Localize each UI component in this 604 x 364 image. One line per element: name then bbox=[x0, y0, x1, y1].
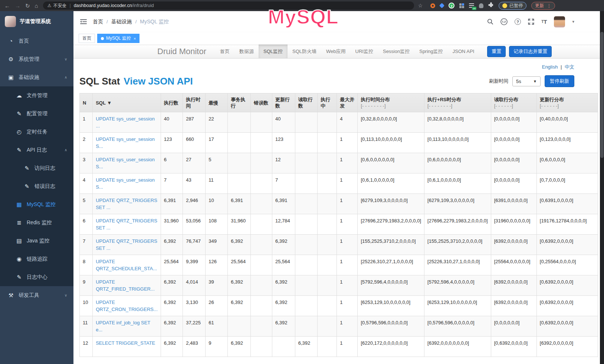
druid-nav-item-6[interactable]: Session监控 bbox=[378, 44, 414, 58]
header-sql[interactable]: SQL ▼ bbox=[93, 93, 161, 112]
sql-link[interactable]: UPDATE inf_job_log SET e... bbox=[96, 320, 150, 332]
header-update-rows-dist[interactable]: 更新行分布[- - - - - -] bbox=[536, 93, 598, 112]
help-icon[interactable]: ? bbox=[515, 19, 521, 25]
browser-profile-chip[interactable]: 已暂停 bbox=[499, 2, 526, 10]
sidebar-item-devtools[interactable]: ⚒研发工具∨ bbox=[0, 286, 73, 304]
github-icon[interactable] bbox=[500, 18, 508, 25]
log-and-reset-button[interactable]: 记录日志并重置 bbox=[509, 46, 552, 57]
extensions-puzzle-icon[interactable] bbox=[488, 2, 494, 9]
sidebar-item-label: Java 监控 bbox=[27, 238, 49, 244]
tab-close-icon[interactable]: × bbox=[134, 36, 136, 41]
search-icon[interactable] bbox=[487, 19, 493, 25]
header-read-rows-dist[interactable]: 读取行分布[- - - - - -] bbox=[491, 93, 536, 112]
header-exec-time-dist[interactable]: 执行时间分布[- - - - - - - -] bbox=[358, 93, 424, 112]
header-error-count[interactable]: 错误数 bbox=[251, 93, 272, 112]
user-menu-caret-icon[interactable]: ▾ bbox=[572, 19, 574, 24]
sidebar-item-java-monitor[interactable]: ▤Java 监控 bbox=[0, 232, 73, 250]
col-tx-exec: 6,392 bbox=[228, 296, 251, 316]
sidebar-item-file-manage[interactable]: ☁文件管理 bbox=[0, 86, 73, 105]
sidebar-item-error-log[interactable]: ✎错误日志 bbox=[0, 177, 73, 195]
sidebar-item-dashboard[interactable]: ◔首页 bbox=[0, 32, 73, 50]
header-n[interactable]: N bbox=[80, 93, 93, 112]
sidebar-item-config-manage[interactable]: ✎配置管理 bbox=[0, 105, 73, 123]
druid-nav-item-2[interactable]: SQL监控 bbox=[259, 44, 288, 58]
app-logo[interactable]: 芋道管理系统 bbox=[0, 11, 73, 32]
extension-icon-figure[interactable] bbox=[479, 3, 483, 8]
druid-nav-item-7[interactable]: Spring监控 bbox=[414, 44, 448, 58]
druid-nav-item-3[interactable]: SQL防火墙 bbox=[288, 44, 321, 58]
extension-icon-grid[interactable] bbox=[459, 3, 464, 8]
sidebar-item-schedule-job[interactable]: ◴定时任务 bbox=[0, 123, 73, 141]
druid-nav-item-5[interactable]: URI监控 bbox=[351, 44, 378, 58]
scrollbar-thumb[interactable] bbox=[600, 32, 604, 158]
extension-icon-ring[interactable] bbox=[430, 3, 435, 8]
bookmark-star-icon[interactable]: ☆ bbox=[418, 3, 423, 9]
header-exec-time[interactable]: 执行时间 bbox=[183, 93, 206, 112]
sidebar-item-infrastructure[interactable]: ▣基础设施∧ bbox=[0, 68, 73, 86]
sql-link[interactable]: SELECT TRIGGER_STATE bbox=[96, 340, 155, 346]
sidebar-item-redis-monitor[interactable]: ≣Redis 监控 bbox=[0, 214, 73, 232]
refresh-interval-select[interactable]: 5s ▼ bbox=[512, 76, 541, 86]
sidebar-item-log-center[interactable]: ✎日志中心 bbox=[0, 268, 73, 286]
sql-link[interactable]: UPDATE sys_user_session S... bbox=[96, 157, 155, 169]
fullscreen-icon[interactable] bbox=[528, 19, 534, 25]
sql-link[interactable]: UPDATE QRTZ_TRIGGERS SET ... bbox=[96, 238, 157, 251]
sql-link[interactable]: UPDATE QRTZ_FIRED_TRIGGER... bbox=[96, 279, 155, 292]
breadcrumb-infra[interactable]: 基础设施 bbox=[111, 19, 132, 25]
table-row: 9UPDATE QRTZ_FIRED_TRIGGER...6,3924,0143… bbox=[80, 275, 598, 296]
sidebar-item-api-log[interactable]: ✎API 日志∧ bbox=[0, 141, 73, 159]
pause-refresh-button[interactable]: 暂停刷新 bbox=[545, 75, 574, 87]
browser-home-icon[interactable]: ⌂ bbox=[35, 3, 38, 9]
header-exec-rs-dist[interactable]: 执行+RS时分布[- - - - - - - -] bbox=[424, 93, 491, 112]
browser-forward-icon[interactable]: → bbox=[15, 3, 20, 9]
sql-link[interactable]: UPDATE sys_user_session ... bbox=[96, 116, 155, 129]
druid-nav-item-0[interactable]: 首页 bbox=[215, 44, 234, 58]
extension-icon-y[interactable]: y bbox=[449, 3, 454, 9]
breadcrumb-home[interactable]: 首页 bbox=[93, 19, 103, 25]
browser-update-chip[interactable]: 更新 ⋮ bbox=[531, 2, 555, 10]
address-bar[interactable]: ⚠不安全 | dashboard.yudao.iocoder.cn/infra/… bbox=[43, 1, 414, 10]
page-scrollbar[interactable] bbox=[600, 11, 604, 364]
lang-english-link[interactable]: English bbox=[542, 64, 558, 70]
table-row: 6UPDATE QRTZ_TRIGGERS SET ...31,96053,05… bbox=[80, 214, 598, 235]
col-n: 6 bbox=[80, 214, 93, 235]
druid-nav-json-api[interactable]: JSON API bbox=[448, 44, 479, 58]
sql-link[interactable]: UPDATE QRTZ_CRON_TRIGGERS... bbox=[96, 300, 158, 312]
sql-link[interactable]: UPDATE QRTZ_TRIGGERS SET ... bbox=[96, 198, 157, 210]
browser-back-icon[interactable]: ← bbox=[4, 3, 10, 9]
tab-mysql-monitor[interactable]: MySQL 监控 × bbox=[97, 34, 139, 43]
col-exec-time-dist: [27696,2279,1983,2,0,0,0,0] bbox=[358, 214, 424, 235]
extension-icon-list[interactable]: on bbox=[469, 3, 474, 8]
sql-link[interactable]: UPDATE QRTZ_TRIGGERS SET ... bbox=[96, 218, 157, 231]
sidebar-fold-icon[interactable] bbox=[80, 19, 87, 24]
chevron-up-icon: ∧ bbox=[65, 148, 67, 152]
sidebar-item-trace[interactable]: ◉链路追踪 bbox=[0, 250, 73, 268]
header-exec-count[interactable]: 执行数 bbox=[161, 93, 183, 112]
security-warning[interactable]: ⚠不安全 bbox=[47, 3, 67, 9]
sql-link[interactable]: UPDATE sys_user_session S... bbox=[96, 177, 155, 190]
sidebar-item-access-log[interactable]: ✎访问日志 bbox=[0, 159, 73, 177]
druid-brand[interactable]: Druid Monitor bbox=[157, 47, 206, 56]
sql-link[interactable]: UPDATE QRTZ_SCHEDULER_STA... bbox=[96, 259, 157, 271]
header-max-slow[interactable]: 最慢 bbox=[206, 93, 228, 112]
browser-reload-icon[interactable]: ↻ bbox=[25, 3, 30, 9]
sidebar-item-mysql-monitor[interactable]: ▦MySQL 监控 bbox=[0, 195, 73, 214]
header-max-concurrent[interactable]: 最大并发 bbox=[337, 93, 358, 112]
sql-link[interactable]: UPDATE sys_user_session S... bbox=[96, 136, 155, 149]
header-running[interactable]: 执行中 bbox=[318, 93, 337, 112]
reset-button[interactable]: 重置 bbox=[487, 46, 506, 57]
font-size-icon[interactable]: TT bbox=[541, 19, 547, 25]
header-update-rows[interactable]: 更新行数 bbox=[272, 93, 295, 112]
lang-chinese-link[interactable]: 中文 bbox=[565, 64, 574, 70]
view-json-api-link[interactable]: View JSON API bbox=[124, 76, 193, 87]
col-exec-time-dist: [0,6,0,0,0,0,0,0] bbox=[358, 153, 424, 173]
sidebar-item-gear[interactable]: ⚙系统管理∨ bbox=[0, 50, 73, 68]
user-avatar[interactable] bbox=[554, 16, 565, 27]
col-exec-rs-dist: [6253,129,10,0,0,0,0,0] bbox=[424, 296, 491, 316]
tab-home[interactable]: 首页 bbox=[79, 34, 95, 43]
extension-icon-gem[interactable] bbox=[440, 4, 444, 7]
header-read-rows[interactable]: 读取行数 bbox=[295, 93, 318, 112]
header-tx-exec[interactable]: 事务执行 bbox=[228, 93, 251, 112]
druid-nav-item-1[interactable]: 数据源 bbox=[234, 44, 259, 58]
druid-nav-item-4[interactable]: Web应用 bbox=[321, 44, 351, 58]
